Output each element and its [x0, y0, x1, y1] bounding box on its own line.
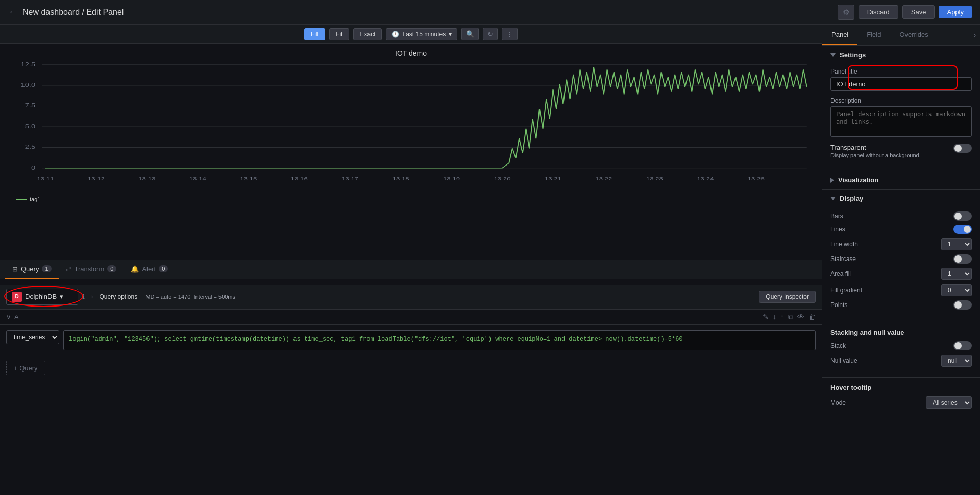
lines-toggle[interactable] [953, 225, 972, 234]
tab-alert[interactable]: 🔔 Alert 0 [124, 260, 175, 279]
mode-label: Mode [830, 399, 926, 406]
query-a-actions: ✎ ↓ ↑ ⧉ 👁 🗑 [763, 313, 816, 321]
staircase-row: Staircase [830, 254, 972, 264]
line-width-select[interactable]: 1 [941, 238, 972, 250]
query-content: time_series login("admin", "123456"); se… [0, 325, 822, 356]
svg-text:13:25: 13:25 [748, 176, 765, 181]
exact-button[interactable]: Exact [353, 28, 382, 40]
display-section: Display Bars Lines [822, 190, 980, 322]
svg-text:13:21: 13:21 [545, 176, 561, 181]
svg-text:13:13: 13:13 [138, 176, 155, 181]
null-value-select[interactable]: null [941, 355, 972, 367]
page-title: New dashboard / Edit Panel [22, 8, 124, 17]
panel-title-label: Panel title [830, 68, 972, 75]
apply-button[interactable]: Apply [939, 6, 972, 18]
svg-text:13:15: 13:15 [240, 176, 257, 181]
move-down-icon[interactable]: ↓ [773, 313, 776, 321]
staircase-toggle[interactable] [953, 254, 972, 264]
more-button[interactable]: ⋮ [502, 28, 518, 40]
lines-row: Lines [830, 225, 972, 234]
transform-tab-label: Transform [75, 265, 105, 273]
fill-gradient-row: Fill gradient 0 [830, 284, 972, 296]
db-icon: ⊞ [12, 265, 18, 273]
fill-gradient-select[interactable]: 0 [941, 284, 972, 296]
query-a-header: ∨ A ✎ ↓ ↑ ⧉ 👁 🗑 [0, 310, 822, 325]
lines-label: Lines [830, 226, 953, 233]
hide-icon[interactable]: 👁 [797, 313, 804, 321]
right-panel-toggle[interactable]: › [970, 25, 980, 45]
mode-select[interactable]: All series [926, 396, 972, 409]
settings-header[interactable]: Settings [822, 46, 980, 64]
time-picker[interactable]: 🕐 Last 15 minutes ▾ [386, 28, 457, 40]
visualization-section: Visualization [822, 171, 980, 190]
svg-text:13:23: 13:23 [646, 176, 663, 181]
clock-icon: 🕐 [391, 31, 399, 38]
info-button[interactable]: ℹ [82, 293, 85, 300]
svg-text:0: 0 [31, 164, 35, 171]
stacking-title: Stacking and null value [830, 328, 972, 336]
stack-toggle[interactable] [953, 341, 972, 350]
top-bar-right: ⚙ Discard Save Apply [838, 5, 972, 20]
query-a-label: A [14, 313, 19, 321]
left-panel: Fill Fit Exact 🕐 Last 15 minutes ▾ 🔍 ↻ ⋮… [0, 25, 822, 495]
datasource-select[interactable]: D DolphinDB ▾ [6, 289, 78, 305]
edit-icon[interactable]: ✎ [763, 313, 769, 321]
tab-field[interactable]: Field [857, 25, 890, 45]
panel-tabs: Panel Field Overrides › [822, 25, 980, 46]
top-bar: ← New dashboard / Edit Panel ⚙ Discard S… [0, 0, 980, 25]
visualization-header[interactable]: Visualization [822, 171, 980, 189]
discard-button[interactable]: Discard [859, 5, 898, 19]
chart-toolbar: Fill Fit Exact 🕐 Last 15 minutes ▾ 🔍 ↻ ⋮ [0, 25, 822, 44]
settings-section: Settings Panel title Description Transpa… [822, 46, 980, 171]
sql-input[interactable]: login("admin", "123456"); select gmtime(… [63, 330, 816, 350]
delete-icon[interactable]: 🗑 [808, 313, 816, 321]
save-button[interactable]: Save [902, 5, 935, 19]
settings-content: Panel title Description Transparent Disp… [822, 64, 980, 171]
query-inspector-button[interactable]: Query inspector [759, 291, 816, 303]
description-textarea[interactable] [830, 106, 972, 137]
settings-button[interactable]: ⚙ [838, 5, 854, 20]
copy-icon[interactable]: ⧉ [788, 313, 793, 321]
staircase-label: Staircase [830, 255, 953, 263]
datasource-badge: D [12, 292, 22, 302]
right-panel: Panel Field Overrides › Settings Panel t… [822, 25, 980, 495]
refresh-button[interactable]: ↻ [483, 28, 498, 40]
svg-text:13:20: 13:20 [494, 176, 510, 181]
add-query-button[interactable]: + Query [6, 361, 45, 375]
svg-text:13:16: 13:16 [291, 176, 308, 181]
bars-row: Bars [830, 211, 972, 221]
bars-label: Bars [830, 213, 953, 220]
area-fill-control: 1 [941, 268, 972, 280]
panel-title-input[interactable] [830, 77, 972, 91]
query-badge: 1 [42, 265, 51, 272]
move-up-icon[interactable]: ↑ [780, 313, 784, 321]
svg-text:2.5: 2.5 [25, 144, 35, 150]
zoom-button[interactable]: 🔍 [461, 28, 479, 40]
tab-overrides[interactable]: Overrides [890, 25, 937, 45]
description-label: Description [830, 97, 972, 104]
display-title: Display [840, 195, 863, 202]
chart-area: IOT demo 12.5 10.0 7.5 5.0 2.5 0 13:11 1… [0, 44, 822, 260]
svg-text:13:22: 13:22 [595, 176, 612, 181]
area-fill-select[interactable]: 1 [941, 268, 972, 280]
svg-text:5.0: 5.0 [25, 123, 35, 129]
chart-legend: tag1 [8, 194, 814, 204]
chevron-down-icon: ▾ [60, 293, 63, 300]
back-button[interactable]: ← [8, 7, 17, 17]
fit-button[interactable]: Fit [329, 28, 349, 40]
tab-query[interactable]: ⊞ Query 1 [5, 260, 59, 279]
alert-badge: 0 [159, 265, 168, 272]
type-select[interactable]: time_series [6, 330, 59, 344]
settings-title: Settings [840, 51, 866, 59]
bars-toggle[interactable] [953, 211, 972, 221]
fill-button[interactable]: Fill [304, 28, 325, 40]
svg-text:13:12: 13:12 [88, 176, 105, 181]
tab-transform[interactable]: ⇄ Transform 0 [59, 260, 124, 279]
query-options-label[interactable]: Query options [100, 293, 138, 300]
display-header[interactable]: Display [822, 190, 980, 207]
alert-tab-label: Alert [142, 265, 156, 273]
transparent-toggle[interactable] [953, 144, 972, 153]
points-toggle[interactable] [953, 300, 972, 310]
fill-gradient-label: Fill gradient [830, 287, 941, 294]
tab-panel[interactable]: Panel [822, 25, 857, 45]
